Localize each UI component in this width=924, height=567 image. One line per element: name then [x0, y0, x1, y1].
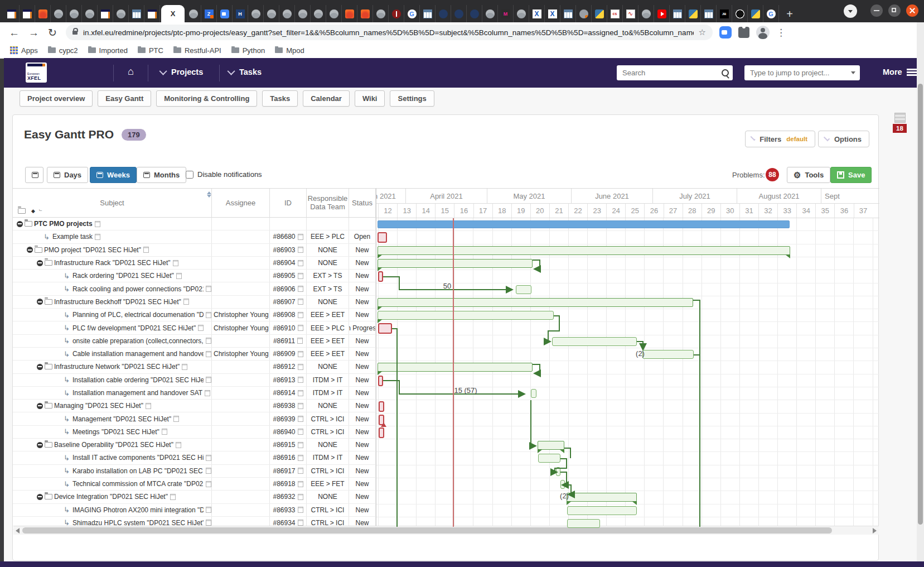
nav-tasks[interactable]: Tasks [229, 68, 262, 76]
column-header-id[interactable]: ID [270, 189, 307, 218]
filters-button[interactable]: Filters default [745, 131, 815, 147]
vertical-scrollbar-thumb[interactable] [918, 84, 923, 525]
detail-icon[interactable] [206, 312, 211, 318]
detail-icon[interactable] [170, 494, 176, 500]
browser-tab[interactable] [451, 5, 467, 22]
browser-tab[interactable]: M [498, 5, 514, 22]
browser-tab[interactable] [342, 5, 357, 22]
subject-label[interactable]: Rack cooling and power connections "DP02… [72, 285, 204, 293]
tab-easy-gantt[interactable]: Easy Gantt [98, 90, 151, 107]
calendar-button[interactable] [25, 167, 43, 183]
table-row[interactable]: ↳Rack cooling and power connections "DP0… [13, 282, 376, 295]
browser-tab[interactable] [436, 5, 451, 22]
detail-icon[interactable] [298, 312, 303, 318]
browser-tab[interactable] [357, 5, 373, 22]
detail-icon[interactable] [298, 442, 303, 448]
subject-label[interactable]: Planning of PLC, electrical documenation… [72, 311, 204, 319]
table-row[interactable]: ↳Install IT active components "DP021 SEC… [13, 451, 376, 464]
column-header-assignee[interactable]: Assignee [212, 189, 270, 218]
gantt-bar-late[interactable] [379, 401, 384, 412]
detail-icon[interactable] [162, 429, 167, 435]
detail-icon[interactable] [298, 455, 303, 461]
problems-count-badge[interactable]: 88 [766, 168, 779, 181]
tab-wiki[interactable]: Wiki [355, 90, 385, 107]
subject-label[interactable]: Device Integration "DP021 SEC HiJet" [54, 493, 168, 501]
xfel-logo[interactable]: European XFEL [26, 63, 47, 83]
gantt-bar-task[interactable] [556, 467, 560, 476]
browser-tab[interactable] [144, 5, 160, 22]
detail-icon[interactable] [206, 507, 211, 513]
nav-projects[interactable]: Projects [161, 68, 203, 76]
bookmark-restful-api[interactable]: Restful-API [173, 46, 221, 55]
table-row[interactable]: Infrastructure Network "DP021 SEC HiJet"… [13, 361, 376, 373]
detail-icon[interactable] [298, 273, 303, 279]
table-row[interactable]: PMO project "DP021 SEC HiJet"#86903NONEN… [13, 244, 376, 257]
detail-icon[interactable] [298, 364, 303, 370]
browser-tab[interactable] [482, 5, 498, 22]
browser-tab[interactable] [35, 5, 51, 22]
checkbox-input[interactable] [186, 171, 193, 179]
more-menu[interactable]: More [883, 68, 917, 76]
detail-icon[interactable] [298, 234, 303, 240]
subject-label[interactable]: Karabo installation on LAB PC "DP021 SEC… [72, 467, 204, 475]
browser-tab[interactable] [420, 5, 436, 22]
browser-tab[interactable] [279, 5, 295, 22]
subject-label[interactable]: Rack ordering "DP021 SEC HiJet" [72, 272, 174, 280]
table-row[interactable]: ↳Planning of PLC, electrical documenatio… [13, 309, 376, 321]
detail-icon[interactable] [206, 520, 211, 526]
browser-tab[interactable] [701, 5, 717, 22]
browser-tab[interactable] [98, 5, 113, 22]
forward-button[interactable]: → [28, 27, 39, 38]
browser-tab[interactable] [4, 5, 20, 22]
zoom-extension-icon[interactable] [719, 26, 732, 39]
horizontal-scrollbar-thumb[interactable] [22, 527, 832, 534]
browser-tab[interactable] [514, 5, 529, 22]
tab-search-chevron-icon[interactable] [844, 4, 857, 18]
table-row[interactable]: Managing "DP021 SEC HiJet"#86938NONENew [13, 400, 376, 412]
browser-tab[interactable] [576, 5, 592, 22]
detail-icon[interactable] [297, 338, 303, 344]
disable-notifications-checkbox[interactable]: Disable notifications [186, 170, 262, 179]
search-input[interactable] [621, 68, 722, 78]
detail-icon[interactable] [206, 286, 211, 292]
detail-icon[interactable] [298, 481, 303, 487]
detail-icon[interactable] [183, 299, 189, 305]
gantt-bar-late[interactable] [378, 232, 387, 243]
subject-label[interactable]: PMO project "DP021 SEC HiJet" [44, 246, 141, 254]
options-button[interactable]: Options [818, 131, 869, 147]
collapse-icon[interactable] [37, 299, 43, 305]
detail-icon[interactable] [298, 260, 303, 266]
subject-label[interactable]: Meetings "DP021 SEC HiJet" [72, 428, 159, 436]
gantt-bar-task[interactable] [560, 480, 565, 489]
gantt-bar-blue[interactable] [378, 220, 790, 228]
detail-icon[interactable] [176, 273, 182, 279]
detail-icon[interactable] [298, 286, 303, 292]
gantt-bar-task[interactable] [567, 506, 637, 515]
search-icon[interactable] [722, 69, 729, 76]
browser-tab[interactable]: X [529, 5, 545, 22]
maximize-button[interactable] [888, 4, 901, 17]
collapse-icon[interactable] [37, 364, 43, 370]
extensions-puzzle-icon[interactable] [738, 27, 749, 38]
gantt-bar-parent[interactable] [378, 363, 533, 372]
detail-icon[interactable] [205, 390, 210, 396]
table-row[interactable]: ↳onsite cable preparation (collect,conne… [13, 335, 376, 348]
browser-tab[interactable] [311, 5, 326, 22]
minimize-button[interactable] [870, 4, 883, 17]
subject-label[interactable]: Infrastructure Network "DP021 SEC HiJet" [54, 363, 180, 371]
gantt-bar-task[interactable] [642, 350, 694, 359]
collapse-icon[interactable] [17, 221, 23, 227]
browser-tab[interactable] [66, 5, 82, 22]
browser-tab[interactable] [748, 5, 763, 22]
url-bar[interactable]: in.xfel.eu/redmine/projects/ptc-pmo-proj… [66, 25, 713, 40]
bookmark-star-icon[interactable]: ☆ [698, 27, 705, 37]
detail-icon[interactable] [298, 377, 303, 383]
bookmark-python[interactable]: Python [231, 46, 265, 55]
detail-icon[interactable] [176, 442, 181, 448]
gantt-bar-late[interactable] [379, 427, 384, 438]
browser-tab[interactable] [264, 5, 279, 22]
table-row[interactable]: PTC PMO projects [13, 218, 376, 230]
gantt-bar-task[interactable] [538, 454, 560, 463]
detail-icon[interactable] [146, 403, 151, 409]
table-row[interactable]: ↳IMAGING Photron AX200 mini integration … [13, 504, 376, 517]
